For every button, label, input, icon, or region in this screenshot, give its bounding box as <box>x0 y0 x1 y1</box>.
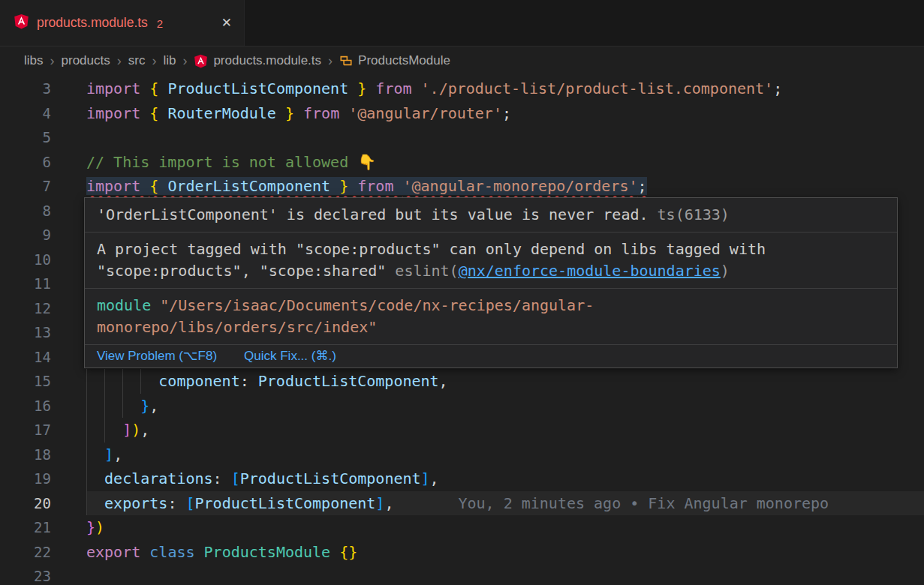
indent-guide <box>140 369 158 394</box>
code-token: ] <box>375 494 384 512</box>
code-token: ProductListComponent <box>158 80 357 98</box>
breadcrumb-item-lib[interactable]: lib <box>163 53 176 68</box>
module-path-line1: module"/Users/isaac/Documents/code/nx-re… <box>97 295 885 316</box>
close-icon[interactable]: ✕ <box>221 15 232 31</box>
ts-diagnostic-code: ts(6133) <box>658 206 730 224</box>
line-number: 14 <box>0 345 51 370</box>
class-icon <box>339 54 353 68</box>
code-token: , <box>140 421 149 439</box>
code-token: ; <box>773 80 782 98</box>
code-token: from <box>366 80 420 98</box>
line-number: 9 <box>0 223 51 248</box>
code-line-text: declarations: [ProductListComponent], <box>104 470 439 488</box>
eslint-message-line2: "scope:products", "scope:shared" eslint(… <box>97 260 885 282</box>
code-token: , <box>430 470 439 488</box>
code-line[interactable]: ]), <box>86 418 924 442</box>
code-line[interactable]: component: ProductListComponent, <box>86 369 924 394</box>
angular-icon <box>14 14 29 32</box>
breadcrumb-label: products.module.ts <box>213 53 321 68</box>
code-line[interactable]: }, <box>86 394 924 418</box>
breadcrumb-item-libs[interactable]: libs <box>24 53 44 68</box>
line-number: 22 <box>0 540 51 565</box>
line-number: 7 <box>0 174 51 199</box>
breadcrumb-item-productsmodule[interactable]: ProductsModule <box>339 53 450 68</box>
line-number: 21 <box>0 515 51 540</box>
hover-popup: 'OrderListComponent' is declared but its… <box>84 197 898 368</box>
line-number: 23 <box>0 564 51 585</box>
hover-module-info: module"/Users/isaac/Documents/code/nx-re… <box>85 289 897 345</box>
code-line[interactable]: import { RouterModule } from '@angular/r… <box>86 101 924 126</box>
indent-guide <box>86 369 104 394</box>
code-token: 👇 <box>357 153 376 171</box>
code-line-text: component: ProductListComponent, <box>158 372 447 390</box>
code-line[interactable]: export class ProductsModule {} <box>86 540 924 565</box>
code-token: { <box>149 177 158 195</box>
code-token: : <box>167 494 185 512</box>
tab-title: products.module.ts <box>37 15 148 31</box>
code-token: , <box>384 494 393 512</box>
code-line-text: exports: [ProductListComponent], <box>104 494 393 512</box>
code-token: OrderListComponent <box>158 177 339 195</box>
line-number: 16 <box>0 394 51 418</box>
editor[interactable]: 34567891011121314151617181920212223 impo… <box>0 75 924 585</box>
code-line[interactable]: import { OrderListComponent } from '@ang… <box>86 174 924 199</box>
line-number: 19 <box>0 466 51 491</box>
code-token: ] <box>122 421 131 439</box>
code-line-text: import { OrderListComponent } from '@ang… <box>86 177 647 195</box>
line-number: 12 <box>0 296 51 321</box>
code-token: : <box>240 372 258 390</box>
breadcrumb-label: ProductsModule <box>358 53 450 68</box>
code-line[interactable]: exports: [ProductListComponent],You, 2 m… <box>86 491 924 516</box>
code-token: import <box>86 80 149 98</box>
breadcrumb-item-products-module-ts[interactable]: products.module.ts <box>194 53 321 68</box>
quick-fix-link[interactable]: Quick Fix... (⌘.) <box>244 348 336 364</box>
code-token: component <box>158 372 239 390</box>
breadcrumb-item-products[interactable]: products <box>62 53 110 68</box>
code-token: {} <box>339 543 357 561</box>
code-line[interactable]: import { ProductListComponent } from './… <box>86 76 924 101</box>
line-number: 4 <box>0 101 51 126</box>
eslint-rule-link[interactable]: @nx/enforce-module-boundaries <box>459 262 721 280</box>
code-token: , <box>439 372 448 390</box>
breadcrumb-separator-icon: › <box>182 53 187 69</box>
eslint-message-line1: A project tagged with "scope:products" c… <box>97 238 885 260</box>
code-token: import <box>86 177 149 195</box>
view-problem-link[interactable]: View Problem (⌥F8) <box>97 348 217 364</box>
line-number: 3 <box>0 76 51 101</box>
code-line-text: }) <box>86 518 104 536</box>
code-line-text: import { RouterModule } from '@angular/r… <box>86 104 511 122</box>
code-token: { <box>149 80 158 98</box>
indent-guide <box>122 394 140 418</box>
code-token: ) <box>95 518 104 536</box>
code-line[interactable] <box>86 125 924 150</box>
indent-guide <box>104 394 122 418</box>
hover-eslint-diagnostic: A project tagged with "scope:products" c… <box>85 232 897 289</box>
code-line[interactable]: ], <box>86 442 924 467</box>
code-token: ] <box>104 446 113 464</box>
code-token: } <box>86 518 95 536</box>
code-token: ; <box>502 104 511 122</box>
indent-guide <box>104 418 122 442</box>
code-line[interactable]: }) <box>86 515 924 540</box>
breadcrumb-item-src[interactable]: src <box>128 53 146 68</box>
hover-ts-diagnostic: 'OrderListComponent' is declared but its… <box>85 198 897 232</box>
code-token: ProductListComponent <box>240 470 421 488</box>
code-line[interactable]: declarations: [ProductListComponent], <box>86 466 924 491</box>
code-token: ; <box>638 177 647 195</box>
code-line-text: ]), <box>122 421 149 439</box>
code-token: exports <box>104 494 167 512</box>
git-blame-annotation: You, 2 minutes ago • Fix Angular monorep… <box>458 494 829 512</box>
code-token: RouterModule <box>158 104 285 122</box>
code-token: './product-list/product-list.component' <box>421 80 774 98</box>
code-line[interactable] <box>86 564 924 585</box>
gutter[interactable]: 34567891011121314151617181920212223 <box>0 76 51 585</box>
indent-guide <box>86 491 104 516</box>
code-token: } <box>357 80 366 98</box>
code-token: '@angular-monorepo/orders' <box>402 177 637 195</box>
code-token: // This import is not allowed <box>86 153 357 171</box>
line-number: 11 <box>0 272 51 296</box>
code-line[interactable]: // This import is not allowed 👇 <box>86 150 924 175</box>
tab-products-module[interactable]: products.module.ts 2 ✕ <box>0 0 245 46</box>
breadcrumb-separator-icon: › <box>50 53 55 69</box>
breadcrumb-separator-icon: › <box>117 53 122 69</box>
